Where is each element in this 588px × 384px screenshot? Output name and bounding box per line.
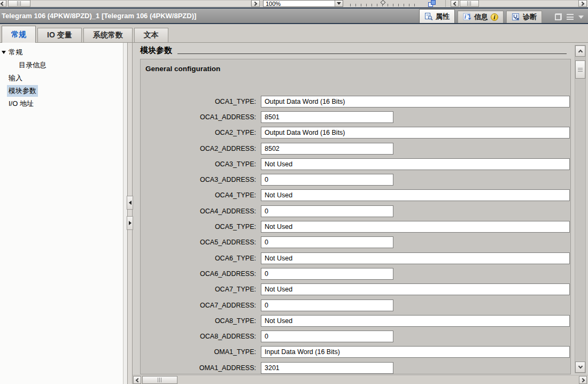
tab-general[interactable]: 常规 xyxy=(2,26,36,43)
zoom-combobox[interactable]: 100% xyxy=(263,0,343,7)
scroll-left-button[interactable] xyxy=(0,0,6,7)
collapse-panel-icon[interactable] xyxy=(578,16,584,19)
field-input-OCA3_TYPE[interactable] xyxy=(261,158,570,170)
chevron-left-icon xyxy=(135,378,140,382)
general-configuration-section: General configuration OCA1_TYPE:OCA1_ADD… xyxy=(140,59,571,374)
expander-triangle-icon[interactable] xyxy=(2,51,6,54)
hscrollbar-thumb[interactable] xyxy=(142,376,177,384)
field-input-OCA8_ADDRESS[interactable] xyxy=(261,331,393,342)
field-label: OMA1_TYPE: xyxy=(141,348,261,356)
field-input-OCA7_TYPE[interactable] xyxy=(261,283,570,295)
svg-text:i: i xyxy=(465,14,466,20)
top-toolbar: 100% xyxy=(0,0,588,7)
field-input-OCA4_TYPE[interactable] xyxy=(261,189,570,201)
tab-properties[interactable]: 属性 xyxy=(419,9,455,23)
sidebar-item-label: 目录信息 xyxy=(17,59,48,71)
field-input-OCA1_ADDRESS[interactable] xyxy=(261,111,393,123)
grip-icon xyxy=(17,1,21,6)
pane-splitter[interactable] xyxy=(127,43,133,384)
sidebar-item[interactable]: 常规 xyxy=(0,46,123,59)
inspector-tabs: 属性 i 信息 i 诊断 xyxy=(419,9,542,23)
field-input-OCA3_ADDRESS[interactable] xyxy=(261,174,393,186)
main-vscrollbar[interactable] xyxy=(575,45,586,373)
scroll-right-button[interactable] xyxy=(251,0,260,7)
field-input-OMA1_ADDRESS[interactable] xyxy=(261,362,393,374)
fit-to-view-icon[interactable] xyxy=(428,0,437,7)
chevron-up-icon xyxy=(578,50,582,54)
form-row: OCA3_TYPE: xyxy=(141,156,570,172)
main-panel: 模块参数 General configuration OCA1_TYPE:OCA… xyxy=(133,43,588,384)
tab-texts[interactable]: 文本 xyxy=(134,28,168,43)
form-row: OCA3_ADDRESS: xyxy=(141,172,570,187)
form-row: OCA7_TYPE: xyxy=(141,282,570,297)
chevron-left-icon xyxy=(1,1,5,5)
form-row: OCA4_TYPE: xyxy=(141,188,570,203)
tab-label: 常规 xyxy=(11,30,26,40)
splitter-collapse-button[interactable] xyxy=(127,196,133,210)
chevron-right-icon xyxy=(580,378,584,382)
editor-hscrollbar-track[interactable] xyxy=(0,0,251,7)
field-label: OCA4_ADDRESS: xyxy=(141,208,261,215)
field-label: OCA5_ADDRESS: xyxy=(141,239,261,246)
field-label: OCA2_TYPE: xyxy=(141,129,261,136)
field-input-OCA7_ADDRESS[interactable] xyxy=(261,299,393,311)
scroll-down-button[interactable] xyxy=(575,362,585,373)
form-rows: OCA1_TYPE:OCA1_ADDRESS:OCA2_TYPE:OCA2_AD… xyxy=(141,94,570,374)
scroll-right-button[interactable] xyxy=(579,376,587,384)
sidebar-item-label: 模块参数 xyxy=(7,85,38,97)
scroll-left-button-2[interactable] xyxy=(451,0,459,7)
field-input-OCA1_TYPE[interactable] xyxy=(261,96,570,107)
field-input-OCA8_TYPE[interactable] xyxy=(261,315,570,327)
form-row: OCA5_ADDRESS: xyxy=(141,235,570,250)
tab-io-tags[interactable]: IO 变量 xyxy=(37,28,82,43)
tab-info[interactable]: i 信息 i xyxy=(458,11,504,23)
sidebar-item-label: I/O 地址 xyxy=(7,98,35,110)
property-tabstrip: 常规 IO 变量 系统常数 文本 xyxy=(0,24,588,43)
scroll-right-button-2[interactable] xyxy=(578,0,587,7)
field-label: OCA8_ADDRESS: xyxy=(141,333,261,340)
info-icon: i xyxy=(463,13,471,21)
toolbar-separator xyxy=(445,0,446,7)
splitter-expand-button[interactable] xyxy=(127,216,133,230)
field-label: OCA4_TYPE: xyxy=(141,191,261,199)
tab-system-constants[interactable]: 系统常数 xyxy=(83,28,133,43)
field-label: OCA3_TYPE: xyxy=(141,160,261,168)
editor-hscrollbar-thumb[interactable] xyxy=(8,0,30,7)
field-input-OCA6_ADDRESS[interactable] xyxy=(261,268,393,280)
form-row: OMA1_TYPE: xyxy=(141,344,570,360)
triangle-right-icon xyxy=(129,221,131,225)
float-window-icon[interactable] xyxy=(555,13,562,20)
field-input-OCA5_ADDRESS[interactable] xyxy=(261,236,393,248)
zoom-slider[interactable] xyxy=(350,0,420,7)
properties-window: 100% Telegram 106 (4PKW/8PZD)_1 [Telegra… xyxy=(0,0,588,384)
form-row: OCA5_TYPE: xyxy=(141,219,570,234)
sidebar-item[interactable]: 模块参数 xyxy=(0,85,123,97)
field-input-OCA6_TYPE[interactable] xyxy=(261,252,570,264)
field-input-OCA2_TYPE[interactable] xyxy=(261,127,570,139)
heading-rule xyxy=(177,53,567,54)
window-menu-icon[interactable] xyxy=(567,14,574,20)
field-input-OCA4_ADDRESS[interactable] xyxy=(261,205,393,217)
main-hscrollbar[interactable] xyxy=(133,375,588,384)
form-row: OCA1_ADDRESS: xyxy=(141,109,570,125)
field-input-OCA5_TYPE[interactable] xyxy=(261,221,570,233)
vscrollbar-thumb[interactable] xyxy=(575,60,585,79)
grip-icon xyxy=(578,67,583,72)
sidebar-tree: 常规目录信息输入模块参数I/O 地址 xyxy=(0,43,123,384)
tab-diagnostics[interactable]: 诊断 xyxy=(506,11,542,23)
sidebar-item[interactable]: 目录信息 xyxy=(0,59,123,72)
page-title: 模块参数 xyxy=(140,45,172,56)
form-row: OCA2_ADDRESS: xyxy=(141,141,570,156)
section-title: General configuration xyxy=(145,65,220,73)
tab-label: 系统常数 xyxy=(93,30,123,40)
sidebar-item[interactable]: 输入 xyxy=(0,72,123,85)
zoom-dropdown-button[interactable] xyxy=(335,1,343,6)
scroll-left-button[interactable] xyxy=(133,376,141,384)
sidebar-item[interactable]: I/O 地址 xyxy=(0,97,123,110)
field-input-OCA2_ADDRESS[interactable] xyxy=(261,143,393,155)
properties-icon xyxy=(424,12,433,21)
field-label: OCA7_TYPE: xyxy=(141,286,261,293)
secondary-hscrollbar-thumb[interactable] xyxy=(460,0,479,7)
field-input-OMA1_TYPE[interactable] xyxy=(261,346,570,358)
scroll-up-button[interactable] xyxy=(575,45,585,57)
